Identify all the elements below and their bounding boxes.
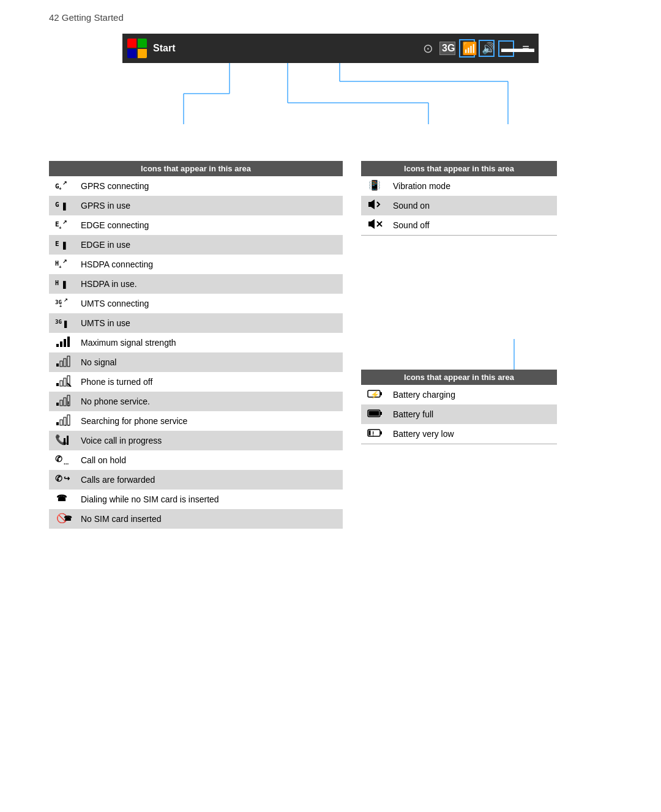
svg-rect-47: [56, 422, 59, 425]
icon-no-sim-dial: ☎: [54, 492, 73, 507]
svg-rect-35: [64, 359, 66, 367]
label-hsdpa-use: HSDPA in use.: [81, 279, 338, 289]
label-battery-low: Battery very low: [393, 429, 552, 439]
tables-row: Icons that appear in this area G↗+ GPRS …: [49, 161, 612, 529]
svg-rect-53: [64, 438, 65, 445]
table-row: H▌ HSDPA in use.: [49, 274, 343, 294]
icon-edge-connecting: E↗+: [54, 218, 73, 233]
svg-rect-32: [67, 337, 70, 347]
table-row: Sound off: [361, 215, 557, 236]
svg-text:H: H: [55, 280, 59, 286]
label-phone-off: Phone is turned off: [81, 377, 338, 387]
label-no-sim: No SIM card inserted: [81, 514, 338, 524]
icon-gprs-connecting: G↗+: [54, 179, 73, 193]
svg-text:+: +: [59, 186, 62, 191]
table-row: . . Searching for phone service: [49, 411, 343, 431]
svg-rect-54: [67, 436, 69, 445]
logo-blue: [127, 49, 136, 58]
svg-text:📳: 📳: [368, 179, 381, 191]
table-row: No signal: [49, 352, 343, 372]
table-row: ! No phone service.: [49, 392, 343, 411]
svg-rect-30: [60, 341, 62, 347]
logo-green: [138, 39, 147, 48]
table-row: 3G▌ UMTS in use: [49, 313, 343, 333]
svg-marker-64: [368, 219, 375, 229]
table-row: 🚫 ☎ No SIM card inserted: [49, 509, 343, 529]
svg-rect-31: [64, 339, 66, 347]
left-icon-table: Icons that appear in this area G↗+ GPRS …: [49, 161, 343, 529]
right-top-table-header: Icons that appear in this area: [361, 161, 557, 176]
icon-max-signal: [54, 335, 73, 350]
label-call-hold: Call on hold: [81, 455, 338, 465]
label-edge-connecting: EDGE connecting: [81, 220, 338, 230]
taskbar-icon-3g: 3G: [439, 42, 455, 55]
svg-text:▌: ▌: [63, 203, 69, 210]
svg-text:▌: ▌: [63, 242, 69, 250]
taskbar-wrapper: Start ⊙ 3G 📶 🔊 ▬▬▬ ≡: [86, 34, 612, 124]
svg-text:☎: ☎: [64, 515, 72, 522]
svg-text:↪: ↪: [64, 474, 70, 483]
icon-hsdpa-connecting: H↗+: [54, 257, 73, 272]
left-table-header: Icons that appear in this area: [49, 161, 343, 176]
svg-rect-76: [369, 430, 371, 435]
table-row: Phone is turned off: [49, 372, 343, 392]
label-searching: Searching for phone service: [81, 416, 338, 426]
svg-text:▌: ▌: [63, 281, 69, 289]
label-no-sim-dial: Dialing while no SIM card is inserted: [81, 494, 338, 504]
svg-text:...: ...: [64, 459, 69, 465]
table-row: 📞 Voice call in progress: [49, 431, 343, 450]
svg-text:+: +: [59, 304, 62, 308]
svg-rect-69: [380, 392, 382, 395]
table-row: ✆ ↪ Calls are forwarded: [49, 470, 343, 490]
page-title: 42 Getting Started: [49, 12, 612, 23]
table-row: ✆ ... Call on hold: [49, 450, 343, 470]
svg-text:+: +: [59, 264, 62, 269]
table-row: 3G↗+ UMTS connecting: [49, 294, 343, 313]
table-row: Battery full: [361, 404, 557, 424]
label-battery-full: Battery full: [393, 409, 552, 419]
label-hsdpa-connecting: HSDPA connecting: [81, 259, 338, 269]
taskbar-icon-menu: ≡: [518, 42, 534, 56]
svg-text:↗: ↗: [64, 297, 68, 303]
right-bottom-table: Icons that appear in this area ⚡ Battery…: [361, 370, 557, 529]
label-edge-use: EDGE in use: [81, 240, 338, 250]
connector-svg-top: [86, 63, 514, 124]
icon-umts-connecting: 3G↗+: [54, 296, 73, 311]
page-container: 42 Getting Started Start ⊙ 3G 📶 🔊 ▬▬▬ ≡: [49, 12, 612, 529]
svg-rect-36: [67, 356, 70, 367]
svg-rect-43: [60, 400, 62, 406]
svg-rect-33: [56, 363, 59, 367]
icon-searching: . .: [54, 414, 73, 428]
label-gprs-connecting: GPRS connecting: [81, 181, 338, 191]
svg-text:G: G: [55, 201, 59, 209]
right-bottom-table-header: Icons that appear in this area: [361, 370, 557, 385]
svg-text:⚡: ⚡: [370, 390, 379, 399]
svg-rect-42: [56, 403, 59, 406]
svg-text:. .: . .: [65, 421, 70, 426]
svg-text:3G: 3G: [55, 319, 62, 325]
table-row: G↗+ GPRS connecting: [49, 176, 343, 196]
label-no-signal: No signal: [81, 357, 338, 367]
label-umts-use: UMTS in use: [81, 318, 338, 328]
label-umts-connecting: UMTS connecting: [81, 299, 338, 308]
taskbar-icon-bubble: ⊙: [420, 41, 436, 56]
icon-no-sim: 🚫 ☎: [54, 512, 73, 526]
label-vibration: Vibration mode: [393, 181, 552, 191]
label-no-phone-service: No phone service.: [81, 397, 338, 406]
icon-phone-off: [54, 374, 73, 389]
svg-marker-63: [368, 199, 375, 209]
svg-text:E: E: [55, 240, 59, 248]
icon-calls-forwarded: ✆ ↪: [54, 472, 73, 487]
start-label[interactable]: Start: [153, 43, 175, 54]
icon-hsdpa-use: H▌: [54, 277, 73, 291]
svg-text:!: !: [67, 401, 69, 406]
taskbar: Start ⊙ 3G 📶 🔊 ▬▬▬ ≡: [122, 34, 539, 63]
icon-sound-on: [366, 198, 386, 213]
svg-text:↗: ↗: [62, 258, 67, 264]
svg-rect-72: [380, 412, 382, 415]
table-row: ☎ Dialing while no SIM card is inserted: [49, 490, 343, 509]
label-gprs-use: GPRS in use: [81, 201, 338, 210]
svg-text:✆: ✆: [55, 474, 62, 483]
svg-text:☎: ☎: [56, 493, 67, 503]
svg-text:↗: ↗: [62, 219, 67, 225]
